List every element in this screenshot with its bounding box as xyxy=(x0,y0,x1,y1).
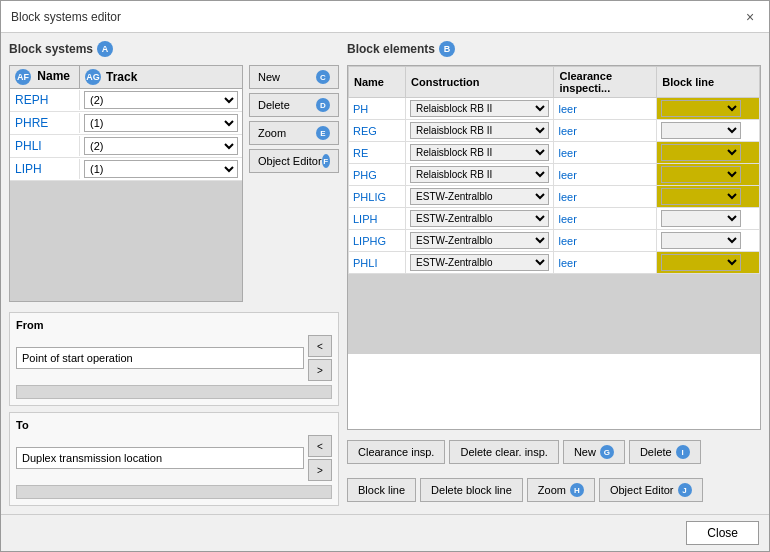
blockline-select[interactable] xyxy=(661,144,741,161)
table-row[interactable]: REG Relaisblock RB II leer xyxy=(349,120,760,142)
block-systems-label: Block systems xyxy=(9,42,93,56)
be-clearance-cell: leer xyxy=(554,186,657,208)
be-construction-cell: Relaisblock RB II xyxy=(406,164,554,186)
bottom-buttons-row1: Clearance insp. Delete clear. insp. New … xyxy=(347,436,761,468)
be-new-button[interactable]: New G xyxy=(563,440,625,464)
clearance-insp-button[interactable]: Clearance insp. xyxy=(347,440,445,464)
blockline-select[interactable] xyxy=(661,210,741,227)
be-name-cell: LIPH xyxy=(349,208,406,230)
be-delete-button[interactable]: Delete I xyxy=(629,440,701,464)
be-name-cell: LIPHG xyxy=(349,230,406,252)
bs-col-name-header: AF Name xyxy=(10,66,80,88)
to-arrow-up[interactable]: < xyxy=(308,435,332,457)
be-clearance-cell: leer xyxy=(554,230,657,252)
new-badge: C xyxy=(316,70,330,84)
construction-select[interactable]: Relaisblock RB II xyxy=(410,122,549,139)
table-row[interactable]: RE Relaisblock RB II leer xyxy=(349,142,760,164)
be-table-wrapper[interactable]: Name Construction Clearance inspecti... … xyxy=(348,66,760,274)
construction-select[interactable]: ESTW-Zentralblo xyxy=(410,232,549,249)
from-arrow-up[interactable]: < xyxy=(308,335,332,357)
construction-select[interactable]: ESTW-Zentralblo xyxy=(410,210,549,227)
be-clearance-cell: leer xyxy=(554,98,657,120)
delete-clear-insp-button[interactable]: Delete clear. insp. xyxy=(449,440,558,464)
be-construction-cell: ESTW-Zentralblo xyxy=(406,208,554,230)
be-blockline-cell xyxy=(657,164,760,186)
be-name-cell: PHG xyxy=(349,164,406,186)
table-row[interactable]: PHLI (2)(1) xyxy=(10,135,242,158)
be-new-badge: G xyxy=(600,445,614,459)
be-blockline-cell xyxy=(657,186,760,208)
blockline-select[interactable] xyxy=(661,100,741,117)
window-close-button[interactable]: × xyxy=(741,8,759,26)
be-construction-cell: ESTW-Zentralblo xyxy=(406,252,554,274)
right-panel: Block elements B Name Construction Clear… xyxy=(347,41,761,506)
zoom-badge: E xyxy=(316,126,330,140)
dialog: Block systems editor × Block systems A A… xyxy=(0,0,770,552)
be-zoom-button[interactable]: Zoom H xyxy=(527,478,595,502)
be-name-cell: REG xyxy=(349,120,406,142)
bs-track-select[interactable]: (2)(1) xyxy=(84,137,238,155)
bs-track-select[interactable]: (1)(2) xyxy=(84,114,238,132)
bs-track-select[interactable]: (1)(2) xyxy=(84,160,238,178)
to-scrollbar[interactable] xyxy=(16,485,332,499)
blockline-select[interactable] xyxy=(661,188,741,205)
blockline-select[interactable] xyxy=(661,232,741,249)
table-row[interactable]: PHLIG ESTW-Zentralblo leer xyxy=(349,186,760,208)
delete-block-line-button[interactable]: Delete block line xyxy=(420,478,523,502)
table-row[interactable]: REPH (2)(1) xyxy=(10,89,242,112)
table-row[interactable]: PHLI ESTW-Zentralblo leer xyxy=(349,252,760,274)
blockline-select[interactable] xyxy=(661,166,741,183)
zoom-button[interactable]: Zoom E xyxy=(249,121,339,145)
delete-badge: D xyxy=(316,98,330,112)
bs-name-cell: LIPH xyxy=(10,159,80,179)
construction-select[interactable]: Relaisblock RB II xyxy=(410,166,549,183)
bs-track-cell: (1)(2) xyxy=(80,112,242,134)
from-input[interactable] xyxy=(16,347,304,369)
be-name-cell: PHLIG xyxy=(349,186,406,208)
be-object-editor-badge: J xyxy=(678,483,692,497)
new-button[interactable]: New C xyxy=(249,65,339,89)
table-row[interactable]: LIPHG ESTW-Zentralblo leer xyxy=(349,230,760,252)
construction-select[interactable]: ESTW-Zentralblo xyxy=(410,188,549,205)
block-elements-label: Block elements xyxy=(347,42,435,56)
be-name-cell: PH xyxy=(349,98,406,120)
to-arrow-down[interactable]: > xyxy=(308,459,332,481)
from-block: From < > xyxy=(9,312,339,406)
construction-select[interactable]: ESTW-Zentralblo xyxy=(410,254,549,271)
table-row[interactable]: PHRE (1)(2) xyxy=(10,112,242,135)
construction-select[interactable]: Relaisblock RB II xyxy=(410,144,549,161)
delete-button[interactable]: Delete D xyxy=(249,93,339,117)
block-systems-area: AF Name AG Track REPH (2)(1) xyxy=(9,65,339,302)
be-object-editor-button[interactable]: Object Editor J xyxy=(599,478,703,502)
from-row: < > xyxy=(16,335,332,381)
be-delete-badge: I xyxy=(676,445,690,459)
close-dialog-button[interactable]: Close xyxy=(686,521,759,545)
table-row[interactable]: PH Relaisblock RB II leer xyxy=(349,98,760,120)
bs-track-label: Track xyxy=(106,70,137,84)
object-editor-button[interactable]: Object Editor F xyxy=(249,149,339,173)
badge-af: AF xyxy=(15,69,31,85)
bs-name-cell: PHRE xyxy=(10,113,80,133)
be-construction-cell: Relaisblock RB II xyxy=(406,98,554,120)
blockline-select[interactable] xyxy=(661,254,741,271)
blockline-select[interactable] xyxy=(661,122,741,139)
be-clearance-cell: leer xyxy=(554,142,657,164)
block-line-button[interactable]: Block line xyxy=(347,478,416,502)
construction-select[interactable]: Relaisblock RB II xyxy=(410,100,549,117)
bs-col-track-header: AG Track xyxy=(80,66,242,88)
from-arrow-down[interactable]: > xyxy=(308,359,332,381)
to-row: < > xyxy=(16,435,332,481)
from-to-section: From < > To xyxy=(9,312,339,506)
bs-track-select[interactable]: (2)(1) xyxy=(84,91,238,109)
be-col-construction: Construction xyxy=(406,67,554,98)
be-col-clearance: Clearance inspecti... xyxy=(554,67,657,98)
table-row[interactable]: PHG Relaisblock RB II leer xyxy=(349,164,760,186)
be-table-container: Name Construction Clearance inspecti... … xyxy=(347,65,761,430)
to-input[interactable] xyxy=(16,447,304,469)
table-row[interactable]: LIPH ESTW-Zentralblo leer xyxy=(349,208,760,230)
be-clearance-cell: leer xyxy=(554,164,657,186)
table-row[interactable]: LIPH (1)(2) xyxy=(10,158,242,181)
from-scrollbar[interactable] xyxy=(16,385,332,399)
dialog-title: Block systems editor xyxy=(11,10,121,24)
bs-name-label: Name xyxy=(37,69,70,83)
